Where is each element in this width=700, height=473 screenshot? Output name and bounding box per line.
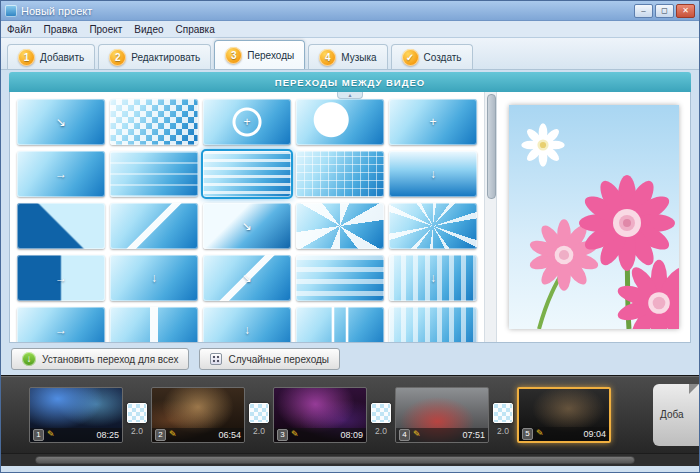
window-bottom-frame — [1, 466, 699, 472]
step-3-badge: 3 — [225, 47, 242, 64]
transition-thumbnail[interactable] — [17, 151, 105, 197]
preview-image — [509, 105, 679, 329]
transition-duration: 2.0 — [375, 426, 387, 436]
transition-thumbnail[interactable] — [110, 151, 198, 197]
set-transition-for-all-button[interactable]: ↓ Установить переход для всех — [11, 348, 189, 370]
timeline-transition[interactable]: 2.0 — [371, 403, 391, 436]
vertical-scrollbar[interactable] — [484, 92, 497, 342]
clip-number: 2 — [155, 429, 166, 441]
timeline-transition[interactable]: 2.0 — [127, 403, 147, 436]
transition-thumbnail[interactable] — [296, 203, 384, 249]
tab-edit[interactable]: 2 Редактировать — [98, 44, 211, 69]
timeline-clip[interactable]: 3✎08:09 — [273, 387, 367, 443]
timeline-clip[interactable]: 2✎06:54 — [151, 387, 245, 443]
timeline-clip[interactable]: 5✎09:04 — [517, 387, 611, 443]
clip-info-bar: 1✎08:25 — [30, 428, 122, 442]
menu-edit[interactable]: Правка — [44, 24, 78, 35]
preview-panel — [497, 92, 690, 342]
transition-thumbnail[interactable] — [110, 255, 198, 301]
transition-thumbnail[interactable] — [17, 99, 105, 145]
edit-pencil-icon[interactable]: ✎ — [169, 430, 177, 439]
transition-thumbnail[interactable] — [203, 151, 291, 197]
clip-duration: 09:04 — [583, 429, 606, 439]
title-bar[interactable]: Новый проект – ◻ ✕ — [1, 1, 699, 21]
clip-duration: 06:54 — [218, 430, 241, 440]
timeline: 1✎08:252.02✎06:542.03✎08:092.04✎07:512.0… — [1, 375, 699, 453]
maximize-button[interactable]: ◻ — [655, 4, 674, 18]
transition-thumbnail[interactable] — [296, 99, 384, 145]
timeline-clip[interactable]: 1✎08:25 — [29, 387, 123, 443]
transition-thumbnail[interactable] — [389, 203, 477, 249]
transition-thumbnail[interactable] — [203, 99, 291, 145]
menu-help[interactable]: Справка — [176, 24, 215, 35]
transition-thumbnail[interactable] — [203, 203, 291, 249]
tab-add[interactable]: 1 Добавить — [7, 44, 95, 69]
menu-project[interactable]: Проект — [89, 24, 122, 35]
edit-pencil-icon[interactable]: ✎ — [536, 429, 544, 438]
clip-number: 3 — [277, 429, 288, 441]
menu-file[interactable]: Файл — [7, 24, 32, 35]
transition-thumbnail[interactable] — [296, 255, 384, 301]
edit-pencil-icon[interactable]: ✎ — [413, 430, 421, 439]
transition-thumbnail[interactable] — [110, 99, 198, 145]
transition-thumbnail[interactable] — [110, 307, 198, 342]
transition-thumbnail[interactable] — [110, 203, 198, 249]
timeline-transition[interactable]: 2.0 — [249, 403, 269, 436]
timeline-clips: 1✎08:252.02✎06:542.03✎08:092.04✎07:512.0… — [29, 387, 611, 443]
transitions-grid — [10, 92, 484, 342]
transition-thumbnail[interactable] — [17, 307, 105, 342]
timeline-clip[interactable]: 4✎07:51 — [395, 387, 489, 443]
vertical-scrollbar-thumb[interactable] — [487, 94, 496, 199]
action-bar: ↓ Установить переход для всех Случайные … — [1, 343, 699, 375]
random-transitions-button[interactable]: Случайные переходы — [199, 348, 340, 370]
transition-thumbnail[interactable] — [296, 307, 384, 342]
collapse-notch[interactable]: ▲ — [337, 92, 363, 99]
content-panel — [9, 92, 691, 343]
add-videos-button[interactable]: Доба — [653, 384, 699, 446]
transition-thumbnail[interactable] — [389, 99, 477, 145]
menu-bar: Файл Правка Проект Видео Справка — [1, 21, 699, 38]
transition-thumbnail[interactable] — [17, 203, 105, 249]
tab-create[interactable]: ✓ Создать — [391, 44, 473, 69]
edit-pencil-icon[interactable]: ✎ — [47, 430, 55, 439]
clip-number: 5 — [522, 428, 533, 440]
step-1-badge: 1 — [18, 49, 35, 66]
app-icon — [5, 5, 17, 17]
clip-duration: 08:25 — [96, 430, 119, 440]
section-header-band: ПЕРЕХОДЫ МЕЖДУ ВИДЕО ▲ — [9, 72, 691, 92]
transition-chip-icon[interactable] — [127, 403, 147, 423]
timeline-transition[interactable]: 2.0 — [493, 403, 513, 436]
clip-info-bar: 3✎08:09 — [274, 428, 366, 442]
app-window: Новый проект – ◻ ✕ Файл Правка Проект Ви… — [0, 0, 700, 473]
tab-music[interactable]: 4 Музыка — [308, 44, 387, 69]
transition-thumbnail[interactable] — [389, 255, 477, 301]
clip-info-bar: 2✎06:54 — [152, 428, 244, 442]
green-down-arrow-icon: ↓ — [22, 352, 36, 366]
menu-video[interactable]: Видео — [134, 24, 163, 35]
transition-chip-icon[interactable] — [493, 403, 513, 423]
transition-thumbnail[interactable] — [203, 255, 291, 301]
horizontal-scrollbar[interactable] — [1, 453, 699, 466]
transition-thumbnail[interactable] — [296, 151, 384, 197]
transition-duration: 2.0 — [497, 426, 509, 436]
flowers-illustration — [509, 105, 679, 329]
horizontal-scrollbar-thumb[interactable] — [35, 456, 635, 464]
transition-thumbnail[interactable] — [389, 307, 477, 342]
step-tabs: 1 Добавить 2 Редактировать 3 Переходы 4 … — [1, 38, 699, 70]
transition-thumbnail[interactable] — [389, 151, 477, 197]
window-title: Новый проект — [21, 5, 630, 17]
transition-chip-icon[interactable] — [371, 403, 391, 423]
dice-icon — [210, 353, 222, 365]
transition-duration: 2.0 — [131, 426, 143, 436]
transition-thumbnail[interactable] — [203, 307, 291, 342]
close-button[interactable]: ✕ — [676, 4, 695, 18]
section-title: ПЕРЕХОДЫ МЕЖДУ ВИДЕО — [275, 77, 425, 88]
clip-number: 1 — [33, 429, 44, 441]
transition-thumbnail[interactable] — [17, 255, 105, 301]
clip-duration: 08:09 — [340, 430, 363, 440]
minimize-button[interactable]: – — [634, 4, 653, 18]
tab-transitions[interactable]: 3 Переходы — [214, 40, 305, 69]
step-5-check-icon: ✓ — [402, 49, 419, 66]
edit-pencil-icon[interactable]: ✎ — [291, 430, 299, 439]
transition-chip-icon[interactable] — [249, 403, 269, 423]
